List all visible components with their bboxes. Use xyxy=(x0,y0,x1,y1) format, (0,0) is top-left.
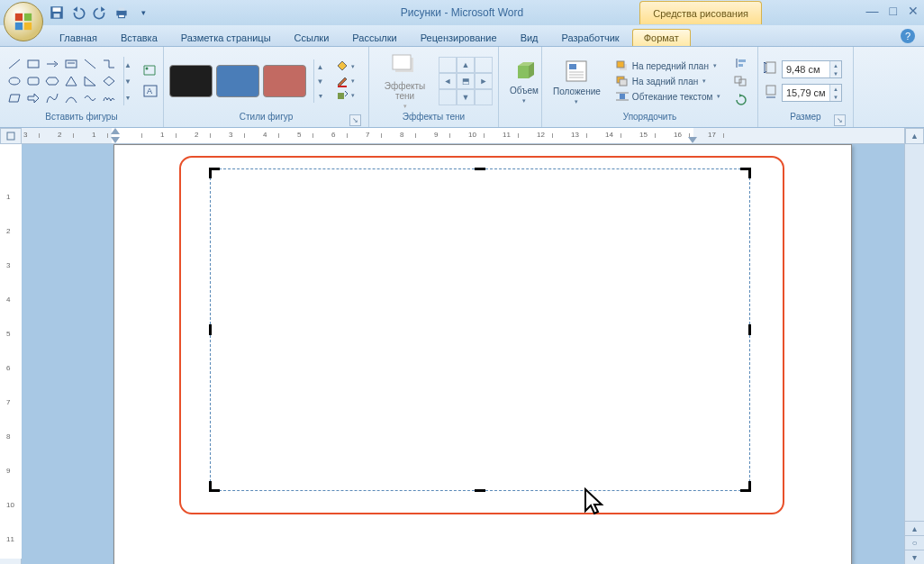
rotate-button[interactable] xyxy=(731,91,751,107)
quick-access-toolbar: ▾ xyxy=(49,5,151,21)
scroll-up-button[interactable]: ▲ xyxy=(905,128,924,144)
size-launcher[interactable]: ↘ xyxy=(834,114,846,126)
shape-line2-icon[interactable] xyxy=(81,56,99,72)
shape-arrow-icon[interactable] xyxy=(43,56,61,72)
shape-line-icon[interactable] xyxy=(5,56,23,72)
text-wrap-button[interactable]: Обтекание текстом▾ xyxy=(613,89,723,104)
undo-icon[interactable] xyxy=(70,5,86,21)
svg-rect-43 xyxy=(620,94,625,99)
edit-shape-icon[interactable] xyxy=(140,63,160,79)
next-page-button[interactable]: ▾ xyxy=(905,550,924,564)
shadow-toggle[interactable]: ⬒ xyxy=(457,73,475,89)
horizontal-ruler[interactable]: 3211234567891011121314151617 xyxy=(22,128,904,144)
tab-developer[interactable]: Разработчик xyxy=(551,30,630,46)
redo-icon[interactable] xyxy=(92,5,108,21)
shape-scribble-icon[interactable] xyxy=(100,90,118,106)
page[interactable] xyxy=(113,144,852,564)
window-controls: — □ ✕ xyxy=(866,4,919,18)
tab-view[interactable]: Вид xyxy=(510,30,549,46)
shape-oval-icon[interactable] xyxy=(5,73,23,89)
position-button[interactable]: Положение ▾ xyxy=(548,56,606,107)
svg-rect-27 xyxy=(338,86,347,87)
tab-mailings[interactable]: Рассылки xyxy=(341,30,407,46)
shape-triangle-icon[interactable] xyxy=(62,73,80,89)
position-icon xyxy=(563,58,590,85)
send-back-button[interactable]: На задний план▾ xyxy=(613,74,723,88)
svg-marker-21 xyxy=(104,77,114,86)
help-icon[interactable]: ? xyxy=(901,29,915,43)
browse-object-button[interactable]: ○ xyxy=(905,535,924,550)
tab-insert[interactable]: Вставка xyxy=(110,30,168,46)
shadow-icon xyxy=(390,52,421,79)
shapes-gallery-scroll[interactable]: ▲▼▾ xyxy=(123,57,131,105)
svg-text:A: A xyxy=(147,86,152,96)
print-icon[interactable] xyxy=(113,5,130,21)
change-shape-icon xyxy=(335,89,349,102)
svg-marker-18 xyxy=(46,77,59,85)
shape-rtriangle-icon[interactable] xyxy=(81,73,99,89)
shape-connector-icon[interactable] xyxy=(100,56,118,72)
close-button[interactable]: ✕ xyxy=(908,4,919,18)
style-swatch-red[interactable] xyxy=(263,65,306,97)
minimize-button[interactable]: — xyxy=(866,4,879,18)
shape-arc-icon[interactable] xyxy=(62,90,80,106)
style-gallery-scroll[interactable]: ▲▼▾ xyxy=(313,59,326,103)
shape-blockarrow-icon[interactable] xyxy=(24,90,42,106)
align-button[interactable] xyxy=(731,55,751,71)
shape-curve-icon[interactable] xyxy=(43,90,61,106)
shape-fill-button[interactable]: ▾ xyxy=(335,60,355,73)
text-box-icon[interactable]: A xyxy=(140,83,160,99)
svg-rect-55 xyxy=(7,132,14,140)
tab-review[interactable]: Рецензирование xyxy=(410,30,508,46)
svg-rect-30 xyxy=(393,55,411,69)
width-input[interactable]: 15,79 см▲▼ xyxy=(782,84,842,102)
svg-rect-3 xyxy=(24,23,32,30)
ribbon-tabs: Главная Вставка Разметка страницы Ссылки… xyxy=(0,25,924,47)
maximize-button[interactable]: □ xyxy=(890,4,897,18)
vertical-ruler[interactable]: 1234567891011 xyxy=(0,144,22,564)
shadow-effects-button[interactable]: Эффекты тени ▾ xyxy=(375,50,435,112)
shape-outline-button[interactable]: ▾ xyxy=(335,75,355,87)
ruler-corner[interactable] xyxy=(0,128,22,144)
shape-hexagon-icon[interactable] xyxy=(43,73,61,89)
save-icon[interactable] xyxy=(49,5,65,21)
vertical-scrollbar[interactable]: ▲ ▴ ○ ▾ xyxy=(904,128,924,564)
shape-parallelogram-icon[interactable] xyxy=(5,90,23,106)
volume-button[interactable]: Объем ▾ xyxy=(504,57,544,106)
style-swatch-blue[interactable] xyxy=(216,65,259,97)
shape-roundrect-icon[interactable] xyxy=(24,73,42,89)
nudge-up[interactable]: ▲ xyxy=(457,57,475,73)
shape-textbox-icon[interactable] xyxy=(62,56,80,72)
prev-page-button[interactable]: ▴ xyxy=(905,521,924,535)
height-spin-down[interactable]: ▼ xyxy=(830,69,841,77)
fill-icon xyxy=(335,60,349,73)
svg-line-15 xyxy=(85,59,95,68)
width-spin-up[interactable]: ▲ xyxy=(830,85,841,93)
nudge-right[interactable]: ► xyxy=(475,73,493,89)
group-button[interactable] xyxy=(731,73,751,89)
nudge-down[interactable]: ▼ xyxy=(457,89,475,105)
height-spin-up[interactable]: ▲ xyxy=(830,61,841,69)
height-input[interactable]: 9,48 см▲▼ xyxy=(782,60,842,78)
group-label-shadow: Эффекты тени xyxy=(375,112,493,127)
tab-format[interactable]: Формат xyxy=(632,29,691,46)
shape-styles-launcher[interactable]: ↘ xyxy=(349,114,361,126)
width-spin-down[interactable]: ▼ xyxy=(830,93,841,101)
shape-rect-icon[interactable] xyxy=(24,56,42,72)
qat-customize-icon[interactable]: ▾ xyxy=(135,5,151,21)
group-shape-styles: ▲▼▾ ▾ ▾ ▾ Стили фигур↘ xyxy=(164,47,369,127)
nudge-left[interactable]: ◄ xyxy=(439,73,457,89)
tab-page-layout[interactable]: Разметка страницы xyxy=(170,30,282,46)
shapes-gallery[interactable] xyxy=(5,56,118,106)
group-label-arrange: Упорядочить xyxy=(548,112,752,127)
bring-front-button[interactable]: На передний план▾ xyxy=(613,59,723,73)
shape-diamond-icon[interactable] xyxy=(100,73,118,89)
change-shape-button[interactable]: ▾ xyxy=(335,89,355,102)
office-button[interactable] xyxy=(4,2,43,41)
width-icon xyxy=(764,83,778,103)
shape-freeform-icon[interactable] xyxy=(81,90,99,106)
style-swatch-black[interactable] xyxy=(169,65,213,97)
tab-references[interactable]: Ссылки xyxy=(284,30,340,46)
drawing-canvas-selection[interactable] xyxy=(210,168,750,491)
tab-home[interactable]: Главная xyxy=(49,30,108,46)
